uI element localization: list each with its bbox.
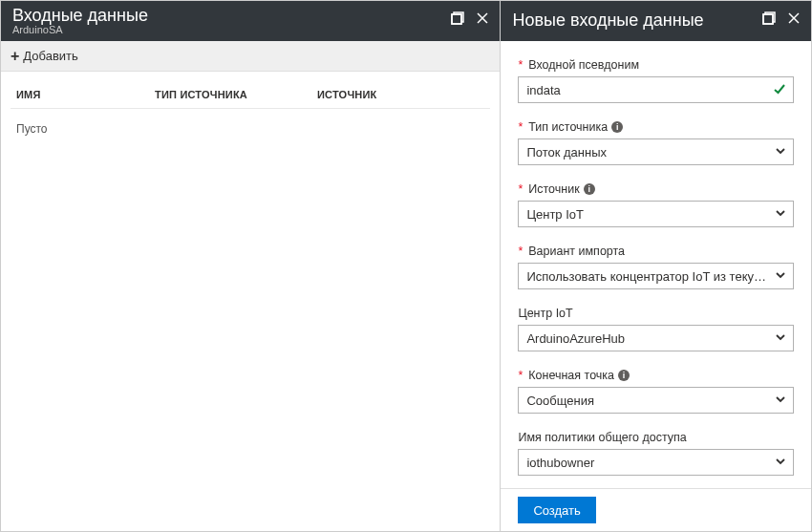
add-button-label: Добавить: [23, 49, 77, 63]
add-button[interactable]: + Добавить: [1, 41, 88, 71]
inputs-table: ИМЯ ТИП ИСТОЧНИКА ИСТОЧНИК Пусто: [1, 72, 500, 157]
info-icon[interactable]: i: [611, 121, 623, 133]
chevron-down-icon: [775, 207, 786, 222]
inputs-subtitle: ArduinoSA: [12, 24, 63, 35]
label-import-option: Вариант импорта: [528, 245, 625, 258]
inputs-panel: Входные данные ArduinoSA + Добавить ИМЯ …: [1, 1, 501, 531]
restore-icon[interactable]: [761, 11, 777, 26]
select-source-type[interactable]: Поток данных: [518, 138, 794, 165]
toolbar: + Добавить: [1, 41, 500, 72]
chevron-down-icon: [775, 269, 786, 284]
select-import-option[interactable]: Использовать концентратор IoT из теку…: [518, 263, 794, 289]
info-icon[interactable]: i: [618, 370, 630, 381]
plus-icon: +: [11, 49, 19, 64]
empty-row: Пусто: [11, 109, 490, 149]
new-input-header: Новые входные данные: [501, 1, 811, 41]
field-endpoint: *Конечная точкаi Сообщения: [518, 369, 794, 414]
checkmark-icon: [773, 82, 786, 98]
col-source: ИСТОЧНИК: [317, 89, 484, 100]
field-policy-name: Имя политики общего доступа iothubowner: [518, 431, 794, 476]
label-policy-name: Имя политики общего доступа: [518, 431, 686, 444]
field-iot-hub: Центр IoT ArduinoAzureHub: [518, 307, 794, 351]
close-icon[interactable]: [475, 11, 490, 26]
select-policy-name[interactable]: iothubowner: [518, 449, 794, 476]
field-import-option: *Вариант импорта Использовать концентрат…: [518, 245, 794, 289]
col-name: ИМЯ: [16, 89, 155, 100]
svg-rect-1: [452, 14, 461, 24]
restore-icon[interactable]: [450, 11, 465, 26]
inputs-title: Входные данные: [12, 7, 148, 26]
field-alias: *Входной псевдоним: [518, 58, 794, 103]
chevron-down-icon: [775, 394, 786, 408]
inputs-panel-header: Входные данные ArduinoSA: [1, 1, 500, 41]
close-icon[interactable]: [786, 11, 801, 26]
form-footer: Создать: [501, 488, 811, 531]
label-endpoint: Конечная точка: [528, 369, 614, 382]
svg-rect-6: [763, 14, 773, 24]
new-input-panel: Новые входные данные *Входной псевдоним …: [501, 1, 811, 531]
field-source-type: *Тип источникаi Поток данных: [518, 120, 794, 165]
chevron-down-icon: [775, 456, 786, 470]
form-body[interactable]: *Входной псевдоним *Тип источникаi Поток…: [501, 41, 811, 488]
col-source-type: ТИП ИСТОЧНИКА: [155, 89, 317, 100]
label-iot-hub: Центр IoT: [518, 307, 572, 320]
select-source[interactable]: Центр IoT: [518, 201, 794, 227]
chevron-down-icon: [775, 331, 786, 346]
label-source-type: Тип источника: [528, 120, 608, 134]
label-alias: Входной псевдоним: [528, 58, 639, 72]
table-header: ИМЯ ТИП ИСТОЧНИКА ИСТОЧНИК: [11, 79, 490, 109]
field-source: *Источникi Центр IoT: [518, 182, 794, 227]
create-button[interactable]: Создать: [518, 497, 595, 523]
new-input-title: Новые входные данные: [512, 11, 703, 31]
input-alias[interactable]: [518, 76, 794, 103]
select-iot-hub[interactable]: ArduinoAzureHub: [518, 325, 794, 351]
chevron-down-icon: [775, 145, 786, 160]
label-source: Источник: [528, 182, 579, 196]
info-icon[interactable]: i: [584, 183, 595, 195]
select-endpoint[interactable]: Сообщения: [518, 387, 794, 414]
